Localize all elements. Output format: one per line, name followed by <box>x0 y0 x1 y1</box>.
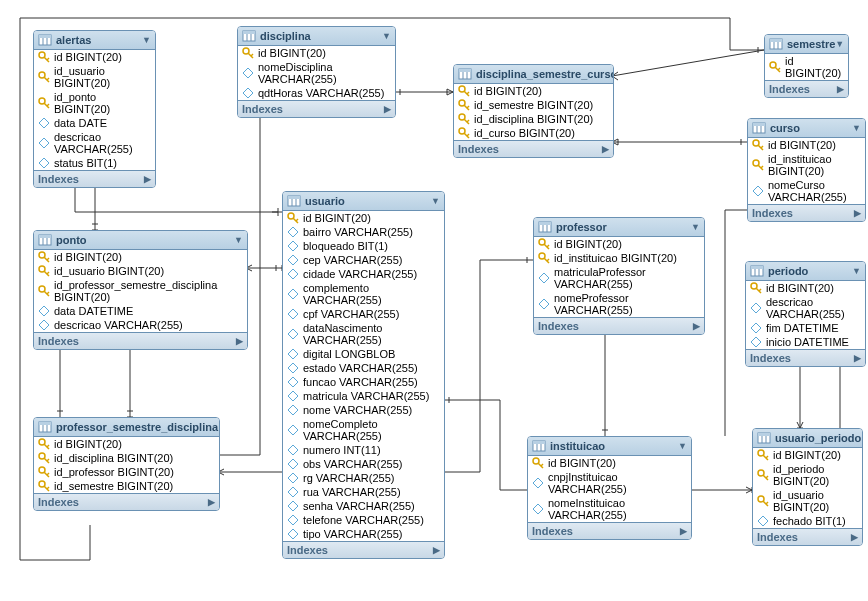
indexes-bar[interactable]: Indexes▶ <box>283 541 444 558</box>
expand-icon[interactable]: ▶ <box>851 532 858 542</box>
expand-icon[interactable]: ▶ <box>854 353 861 363</box>
indexes-bar[interactable]: Indexes▶ <box>534 317 704 334</box>
table-ponto[interactable]: ponto▼id BIGINT(20)id_usuario BIGINT(20)… <box>33 230 248 350</box>
svg-line-44 <box>467 120 469 122</box>
indexes-bar[interactable]: Indexes▶ <box>753 528 862 545</box>
collapse-icon[interactable]: ▼ <box>431 196 440 206</box>
column: obs VARCHAR(255) <box>283 457 444 471</box>
column-text: id BIGINT(20) <box>54 251 122 263</box>
collapse-icon[interactable]: ▼ <box>382 31 391 41</box>
column: bloqueado BIT(1) <box>283 239 444 253</box>
expand-icon[interactable]: ▶ <box>854 208 861 218</box>
table-professor[interactable]: professor▼id BIGINT(20)id_instituicao BI… <box>533 217 705 335</box>
expand-icon[interactable]: ▶ <box>208 497 215 507</box>
table-title: semestre <box>787 38 835 50</box>
indexes-bar[interactable]: Indexes▶ <box>238 100 395 117</box>
table-header[interactable]: instituicao▼ <box>528 437 691 456</box>
diamond-icon <box>287 328 299 340</box>
table-curso[interactable]: curso▼id BIGINT(20)id_instituicao BIGINT… <box>747 118 866 222</box>
column: estado VARCHAR(255) <box>283 361 444 375</box>
column-text: nomeCurso VARCHAR(255) <box>768 179 861 203</box>
column: dataNascimento VARCHAR(255) <box>283 321 444 347</box>
indexes-bar[interactable]: Indexes▶ <box>528 522 691 539</box>
table-header[interactable]: disciplina_semestre_curso▼ <box>454 65 613 84</box>
table-columns: id BIGINT(20) <box>765 54 848 80</box>
indexes-label: Indexes <box>769 83 810 95</box>
collapse-icon[interactable]: ▼ <box>691 222 700 232</box>
collapse-icon[interactable]: ▼ <box>852 123 861 133</box>
column-text: nomeCompleto VARCHAR(255) <box>303 418 440 442</box>
table-alertas[interactable]: alertas▼id BIGINT(20)id_usuario BIGINT(2… <box>33 30 156 188</box>
table-header[interactable]: periodo▼ <box>746 262 865 281</box>
key-icon <box>458 85 470 97</box>
diamond-icon <box>287 254 299 266</box>
table-header[interactable]: usuario_periodo▼ <box>753 429 862 448</box>
svg-marker-95 <box>288 459 298 469</box>
svg-line-80 <box>296 219 298 221</box>
collapse-icon[interactable]: ▼ <box>852 266 861 276</box>
collapse-icon[interactable]: ▼ <box>218 422 220 432</box>
expand-icon[interactable]: ▶ <box>433 545 440 555</box>
table-semestre[interactable]: semestre▼id BIGINT(20)Indexes▶ <box>764 34 849 98</box>
svg-line-12 <box>47 104 49 106</box>
table-disciplina[interactable]: disciplina▼id BIGINT(20)nomeDisciplina V… <box>237 26 396 118</box>
diamond-icon <box>38 137 50 149</box>
column-text: senha VARCHAR(255) <box>303 500 415 512</box>
table-header[interactable]: usuario▼ <box>283 192 444 211</box>
svg-marker-100 <box>288 529 298 539</box>
table-header[interactable]: semestre▼ <box>765 35 848 54</box>
table-periodo[interactable]: periodo▼id BIGINT(20)descricao VARCHAR(2… <box>745 261 866 367</box>
expand-icon[interactable]: ▶ <box>384 104 391 114</box>
expand-icon[interactable]: ▶ <box>602 144 609 154</box>
column-text: cpf VARCHAR(255) <box>303 308 399 320</box>
indexes-bar[interactable]: Indexes▶ <box>34 493 219 510</box>
table-professor_semestre_disciplina[interactable]: professor_semestre_disciplina▼id BIGINT(… <box>33 417 220 511</box>
indexes-bar[interactable]: Indexes▶ <box>34 332 247 349</box>
column-text: id BIGINT(20) <box>258 47 326 59</box>
table-header[interactable]: ponto▼ <box>34 231 247 250</box>
table-header[interactable]: professor▼ <box>534 218 704 237</box>
table-icon <box>757 431 771 445</box>
collapse-icon[interactable]: ▼ <box>678 441 687 451</box>
column-text: nome VARCHAR(255) <box>303 404 412 416</box>
column: tipo VARCHAR(255) <box>283 527 444 541</box>
column: data DATETIME <box>34 304 247 318</box>
column-text: rg VARCHAR(255) <box>303 472 395 484</box>
table-header[interactable]: curso▼ <box>748 119 865 138</box>
table-header[interactable]: professor_semestre_disciplina▼ <box>34 418 219 437</box>
column: id_professor_semestre_disciplina BIGINT(… <box>34 278 247 304</box>
table-usuario_periodo[interactable]: usuario_periodo▼id BIGINT(20)id_periodo … <box>752 428 863 546</box>
expand-icon[interactable]: ▶ <box>837 84 844 94</box>
svg-marker-112 <box>539 299 549 309</box>
table-icon <box>458 67 472 81</box>
table-instituicao[interactable]: instituicao▼id BIGINT(20)cnpjInstituicao… <box>527 436 692 540</box>
collapse-icon[interactable]: ▼ <box>234 235 243 245</box>
expand-icon[interactable]: ▶ <box>680 526 687 536</box>
column: id BIGINT(20) <box>34 50 155 64</box>
column: id BIGINT(20) <box>238 46 395 60</box>
indexes-bar[interactable]: Indexes▶ <box>746 349 865 366</box>
column-text: id_curso BIGINT(20) <box>474 127 575 139</box>
table-disciplina_semestre_curso[interactable]: disciplina_semestre_curso▼id BIGINT(20)i… <box>453 64 614 158</box>
svg-marker-14 <box>39 138 49 148</box>
expand-icon[interactable]: ▶ <box>236 336 243 346</box>
indexes-bar[interactable]: Indexes▶ <box>34 170 155 187</box>
collapse-icon[interactable]: ▼ <box>142 35 151 45</box>
collapse-icon[interactable]: ▼ <box>861 433 863 443</box>
svg-marker-82 <box>288 241 298 251</box>
indexes-label: Indexes <box>38 173 79 185</box>
indexes-bar[interactable]: Indexes▶ <box>748 204 865 221</box>
table-header[interactable]: alertas▼ <box>34 31 155 50</box>
svg-marker-58 <box>753 186 763 196</box>
diamond-icon <box>287 404 299 416</box>
column: id_semestre BIGINT(20) <box>454 98 613 112</box>
table-header[interactable]: disciplina▼ <box>238 27 395 46</box>
collapse-icon[interactable]: ▼ <box>835 39 844 49</box>
svg-marker-81 <box>288 227 298 237</box>
indexes-bar[interactable]: Indexes▶ <box>454 140 613 157</box>
indexes-bar[interactable]: Indexes▶ <box>765 80 848 97</box>
svg-marker-97 <box>288 487 298 497</box>
expand-icon[interactable]: ▶ <box>144 174 151 184</box>
table-usuario[interactable]: usuario▼id BIGINT(20)bairro VARCHAR(255)… <box>282 191 445 559</box>
expand-icon[interactable]: ▶ <box>693 321 700 331</box>
